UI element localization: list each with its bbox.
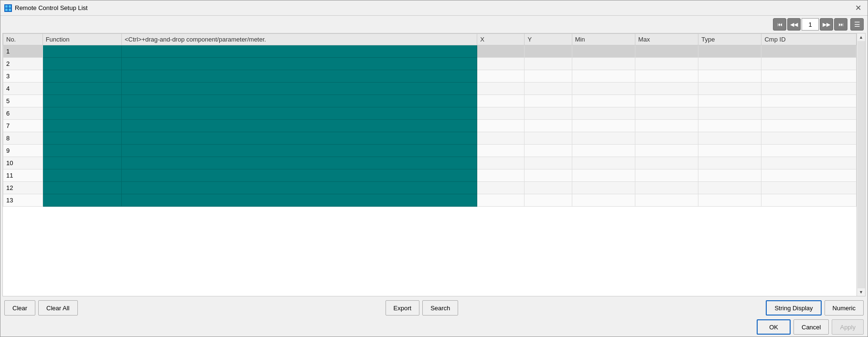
table-row[interactable]: 6 xyxy=(3,107,857,120)
cell-7-ctrl[interactable] xyxy=(122,120,477,132)
cell-2-cmpid[interactable] xyxy=(761,58,857,70)
cell-3-y[interactable] xyxy=(525,70,572,83)
cell-3-cmpid[interactable] xyxy=(761,70,857,83)
cell-11-function[interactable] xyxy=(43,169,121,182)
cell-3-x[interactable] xyxy=(477,70,525,83)
cell-9-min[interactable] xyxy=(572,145,635,157)
next-page-button[interactable]: ▶▶ xyxy=(820,18,833,31)
menu-button[interactable]: ☰ xyxy=(850,18,864,31)
cell-5-cmpid[interactable] xyxy=(761,95,857,107)
cell-12-min[interactable] xyxy=(572,182,635,194)
cell-5-x[interactable] xyxy=(477,95,525,107)
cell-13-type[interactable] xyxy=(698,194,761,207)
cell-1-no[interactable]: 1 xyxy=(3,45,43,58)
first-page-button[interactable]: ⏮ xyxy=(773,18,786,31)
cell-2-min[interactable] xyxy=(572,58,635,70)
cell-1-type[interactable] xyxy=(698,45,761,58)
cell-1-y[interactable] xyxy=(525,45,572,58)
cell-11-x[interactable] xyxy=(477,169,525,182)
cell-10-y[interactable] xyxy=(525,157,572,169)
cell-6-min[interactable] xyxy=(572,107,635,120)
cell-8-ctrl[interactable] xyxy=(122,132,477,145)
cell-3-no[interactable]: 3 xyxy=(3,70,43,83)
table-row[interactable]: 2 xyxy=(3,58,857,70)
cell-1-cmpid[interactable] xyxy=(761,45,857,58)
cell-12-max[interactable] xyxy=(635,182,698,194)
vertical-scrollbar[interactable]: ▲ ▼ xyxy=(857,33,865,296)
table-row[interactable]: 10 xyxy=(3,157,857,169)
cell-10-cmpid[interactable] xyxy=(761,157,857,169)
cell-11-type[interactable] xyxy=(698,169,761,182)
cell-13-min[interactable] xyxy=(572,194,635,207)
cell-12-ctrl[interactable] xyxy=(122,182,477,194)
cell-10-min[interactable] xyxy=(572,157,635,169)
cell-1-x[interactable] xyxy=(477,45,525,58)
cell-9-type[interactable] xyxy=(698,145,761,157)
cell-4-function[interactable] xyxy=(43,83,121,95)
cell-11-cmpid[interactable] xyxy=(761,169,857,182)
table-row[interactable]: 7 xyxy=(3,120,857,132)
table-row[interactable]: 3 xyxy=(3,70,857,83)
cell-7-y[interactable] xyxy=(525,120,572,132)
cell-8-no[interactable]: 8 xyxy=(3,132,43,145)
cell-7-max[interactable] xyxy=(635,120,698,132)
cell-6-type[interactable] xyxy=(698,107,761,120)
cell-4-ctrl[interactable] xyxy=(122,83,477,95)
scroll-down-arrow[interactable]: ▼ xyxy=(857,288,865,296)
cell-12-type[interactable] xyxy=(698,182,761,194)
cell-6-x[interactable] xyxy=(477,107,525,120)
cell-7-function[interactable] xyxy=(43,120,121,132)
cell-13-y[interactable] xyxy=(525,194,572,207)
cell-2-ctrl[interactable] xyxy=(122,58,477,70)
last-page-button[interactable]: ⏭ xyxy=(834,18,847,31)
cell-7-min[interactable] xyxy=(572,120,635,132)
cell-7-type[interactable] xyxy=(698,120,761,132)
cell-3-ctrl[interactable] xyxy=(122,70,477,83)
table-row[interactable]: 9 xyxy=(3,145,857,157)
cell-4-no[interactable]: 4 xyxy=(3,83,43,95)
cell-9-cmpid[interactable] xyxy=(761,145,857,157)
cell-8-min[interactable] xyxy=(572,132,635,145)
cell-7-no[interactable]: 7 xyxy=(3,120,43,132)
cell-3-function[interactable] xyxy=(43,70,121,83)
cell-10-max[interactable] xyxy=(635,157,698,169)
cell-1-max[interactable] xyxy=(635,45,698,58)
scroll-track[interactable] xyxy=(857,41,865,288)
cell-13-function[interactable] xyxy=(43,194,121,207)
table-row[interactable]: 8 xyxy=(3,132,857,145)
export-button[interactable]: Export xyxy=(386,300,420,316)
cell-3-max[interactable] xyxy=(635,70,698,83)
table-row[interactable]: 1 xyxy=(3,45,857,58)
cell-11-no[interactable]: 11 xyxy=(3,169,43,182)
cell-5-function[interactable] xyxy=(43,95,121,107)
cell-7-cmpid[interactable] xyxy=(761,120,857,132)
cell-12-x[interactable] xyxy=(477,182,525,194)
cell-1-min[interactable] xyxy=(572,45,635,58)
table-row[interactable]: 12 xyxy=(3,182,857,194)
cell-2-max[interactable] xyxy=(635,58,698,70)
cell-9-y[interactable] xyxy=(525,145,572,157)
cell-4-min[interactable] xyxy=(572,83,635,95)
page-number-input[interactable] xyxy=(802,18,819,31)
cell-5-ctrl[interactable] xyxy=(122,95,477,107)
cell-1-ctrl[interactable] xyxy=(122,45,477,58)
cell-3-min[interactable] xyxy=(572,70,635,83)
table-row[interactable]: 4 xyxy=(3,83,857,95)
cell-4-type[interactable] xyxy=(698,83,761,95)
cell-10-function[interactable] xyxy=(43,157,121,169)
cell-12-function[interactable] xyxy=(43,182,121,194)
cell-8-max[interactable] xyxy=(635,132,698,145)
cell-11-y[interactable] xyxy=(525,169,572,182)
cell-9-max[interactable] xyxy=(635,145,698,157)
cell-4-x[interactable] xyxy=(477,83,525,95)
cell-7-x[interactable] xyxy=(477,120,525,132)
ok-button[interactable]: OK xyxy=(757,319,791,335)
clear-all-button[interactable]: Clear All xyxy=(38,300,77,316)
cell-6-y[interactable] xyxy=(525,107,572,120)
apply-button[interactable]: Apply xyxy=(832,319,864,335)
cell-8-y[interactable] xyxy=(525,132,572,145)
cell-6-ctrl[interactable] xyxy=(122,107,477,120)
cell-9-no[interactable]: 9 xyxy=(3,145,43,157)
cell-11-max[interactable] xyxy=(635,169,698,182)
cell-5-max[interactable] xyxy=(635,95,698,107)
